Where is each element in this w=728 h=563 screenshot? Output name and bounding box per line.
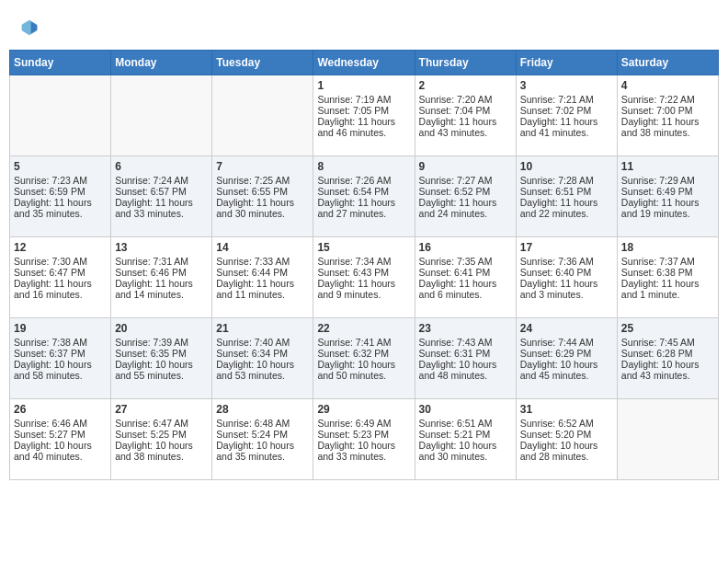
cell-text: Sunset: 7:00 PM: [621, 105, 714, 116]
cell-text: Sunset: 6:52 PM: [419, 186, 512, 197]
day-number: 31: [520, 403, 613, 416]
day-number: 6: [115, 160, 208, 173]
cell-text: Sunset: 6:57 PM: [115, 186, 208, 197]
cell-text: Sunset: 6:31 PM: [419, 348, 512, 359]
weekday-header: Sunday: [10, 51, 111, 75]
day-number: 19: [14, 322, 107, 335]
cell-text: Sunrise: 7:43 AM: [419, 337, 512, 348]
calendar-cell: 17Sunrise: 7:36 AMSunset: 6:40 PMDayligh…: [516, 237, 617, 318]
calendar-cell: 31Sunrise: 6:52 AMSunset: 5:20 PMDayligh…: [516, 399, 617, 480]
cell-text: Sunrise: 6:48 AM: [216, 418, 309, 429]
cell-text: Sunset: 6:51 PM: [520, 186, 613, 197]
calendar-cell: 9Sunrise: 7:27 AMSunset: 6:52 PMDaylight…: [415, 156, 516, 237]
cell-text: Daylight: 10 hours and 43 minutes.: [621, 359, 714, 381]
calendar-week-row: 19Sunrise: 7:38 AMSunset: 6:37 PMDayligh…: [10, 318, 719, 399]
cell-text: Daylight: 11 hours and 46 minutes.: [317, 116, 410, 138]
day-number: 30: [419, 403, 512, 416]
cell-text: Sunrise: 7:39 AM: [115, 337, 208, 348]
day-number: 8: [317, 160, 410, 173]
cell-text: Sunset: 6:38 PM: [621, 267, 714, 278]
weekday-header: Thursday: [415, 51, 516, 75]
cell-text: Sunrise: 7:27 AM: [419, 175, 512, 186]
cell-text: Sunset: 6:49 PM: [621, 186, 714, 197]
calendar-cell: 10Sunrise: 7:28 AMSunset: 6:51 PMDayligh…: [516, 156, 617, 237]
cell-text: Daylight: 11 hours and 38 minutes.: [621, 116, 714, 138]
cell-text: Daylight: 11 hours and 30 minutes.: [216, 197, 309, 219]
day-number: 5: [14, 160, 107, 173]
calendar-cell: 1Sunrise: 7:19 AMSunset: 7:05 PMDaylight…: [313, 75, 415, 156]
cell-text: Sunset: 6:43 PM: [317, 267, 410, 278]
cell-text: Daylight: 11 hours and 9 minutes.: [317, 278, 410, 300]
cell-text: Sunrise: 7:38 AM: [14, 337, 107, 348]
calendar-cell: 13Sunrise: 7:31 AMSunset: 6:46 PMDayligh…: [111, 237, 212, 318]
calendar-cell: 26Sunrise: 6:46 AMSunset: 5:27 PMDayligh…: [10, 399, 111, 480]
cell-text: Daylight: 11 hours and 3 minutes.: [520, 278, 613, 300]
cell-text: Sunset: 7:05 PM: [317, 105, 410, 116]
cell-text: Sunset: 6:44 PM: [216, 267, 309, 278]
cell-text: Sunrise: 7:34 AM: [317, 256, 410, 267]
cell-text: Sunset: 5:25 PM: [115, 429, 208, 440]
day-number: 21: [216, 322, 309, 335]
calendar-cell: [617, 399, 718, 480]
cell-text: Sunset: 6:47 PM: [14, 267, 107, 278]
cell-text: Daylight: 11 hours and 22 minutes.: [520, 197, 613, 219]
day-number: 7: [216, 160, 309, 173]
cell-text: Daylight: 10 hours and 53 minutes.: [216, 359, 309, 381]
cell-text: Daylight: 11 hours and 1 minute.: [621, 278, 714, 300]
calendar-cell: 2Sunrise: 7:20 AMSunset: 7:04 PMDaylight…: [415, 75, 516, 156]
cell-text: Sunrise: 7:41 AM: [317, 337, 410, 348]
calendar-cell: 23Sunrise: 7:43 AMSunset: 6:31 PMDayligh…: [415, 318, 516, 399]
cell-text: Sunset: 6:40 PM: [520, 267, 613, 278]
weekday-header: Tuesday: [212, 51, 313, 75]
cell-text: Sunrise: 7:28 AM: [520, 175, 613, 186]
cell-text: Daylight: 11 hours and 41 minutes.: [520, 116, 613, 138]
cell-text: Sunrise: 7:21 AM: [520, 94, 613, 105]
cell-text: Sunset: 6:35 PM: [115, 348, 208, 359]
cell-text: Sunrise: 7:23 AM: [14, 175, 107, 186]
calendar-body: 1Sunrise: 7:19 AMSunset: 7:05 PMDaylight…: [10, 75, 719, 480]
calendar-cell: 20Sunrise: 7:39 AMSunset: 6:35 PMDayligh…: [111, 318, 212, 399]
calendar-cell: 14Sunrise: 7:33 AMSunset: 6:44 PMDayligh…: [212, 237, 313, 318]
day-number: 14: [216, 241, 309, 254]
calendar-cell: 8Sunrise: 7:26 AMSunset: 6:54 PMDaylight…: [313, 156, 415, 237]
day-number: 18: [621, 241, 714, 254]
logo-icon: [20, 18, 39, 37]
cell-text: Sunrise: 7:26 AM: [317, 175, 410, 186]
cell-text: Daylight: 11 hours and 14 minutes.: [115, 278, 208, 300]
calendar-cell: 18Sunrise: 7:37 AMSunset: 6:38 PMDayligh…: [617, 237, 718, 318]
calendar-week-row: 5Sunrise: 7:23 AMSunset: 6:59 PMDaylight…: [10, 156, 719, 237]
cell-text: Daylight: 10 hours and 40 minutes.: [14, 440, 107, 462]
cell-text: Sunrise: 7:33 AM: [216, 256, 309, 267]
day-number: 10: [520, 160, 613, 173]
day-number: 11: [621, 160, 714, 173]
day-number: 28: [216, 403, 309, 416]
cell-text: Sunset: 5:23 PM: [317, 429, 410, 440]
cell-text: Daylight: 11 hours and 16 minutes.: [14, 278, 107, 300]
day-number: 23: [419, 322, 512, 335]
cell-text: Sunset: 6:41 PM: [419, 267, 512, 278]
day-number: 3: [520, 79, 613, 92]
calendar-cell: [10, 75, 111, 156]
cell-text: Sunset: 6:46 PM: [115, 267, 208, 278]
day-number: 12: [14, 241, 107, 254]
cell-text: Daylight: 11 hours and 11 minutes.: [216, 278, 309, 300]
cell-text: Daylight: 11 hours and 27 minutes.: [317, 197, 410, 219]
cell-text: Daylight: 11 hours and 43 minutes.: [419, 116, 512, 138]
weekday-header: Friday: [516, 51, 617, 75]
cell-text: Daylight: 11 hours and 35 minutes.: [14, 197, 107, 219]
day-number: 17: [520, 241, 613, 254]
calendar-header: [9, 9, 719, 45]
cell-text: Sunset: 7:04 PM: [419, 105, 512, 116]
cell-text: Daylight: 10 hours and 30 minutes.: [419, 440, 512, 462]
weekday-header: Wednesday: [313, 51, 415, 75]
cell-text: Daylight: 10 hours and 35 minutes.: [216, 440, 309, 462]
cell-text: Sunrise: 7:25 AM: [216, 175, 309, 186]
calendar-cell: 22Sunrise: 7:41 AMSunset: 6:32 PMDayligh…: [313, 318, 415, 399]
day-number: 13: [115, 241, 208, 254]
cell-text: Sunrise: 7:30 AM: [14, 256, 107, 267]
cell-text: Sunrise: 7:45 AM: [621, 337, 714, 348]
cell-text: Daylight: 11 hours and 19 minutes.: [621, 197, 714, 219]
cell-text: Sunset: 6:54 PM: [317, 186, 410, 197]
calendar-cell: 21Sunrise: 7:40 AMSunset: 6:34 PMDayligh…: [212, 318, 313, 399]
cell-text: Sunrise: 6:49 AM: [317, 418, 410, 429]
